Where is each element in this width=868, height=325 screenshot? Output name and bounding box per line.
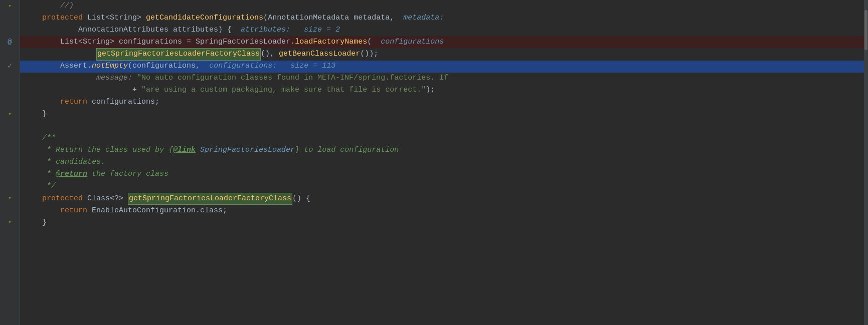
- fold-arrow-icon-19: ▾: [8, 218, 12, 227]
- close-brace-2: }: [24, 217, 47, 229]
- code-line-14: * candidates.: [20, 157, 868, 169]
- code-line-13: * Return the class used by {@link Spring…: [20, 145, 868, 157]
- assign: =: [187, 37, 196, 48]
- empty-parens: () {: [292, 193, 310, 205]
- line-10-content: }: [20, 109, 868, 121]
- line-15-content: * @return the factory class: [20, 169, 868, 181]
- line-2-content: protected List<String> getCandidateConfi…: [20, 12, 868, 24]
- line-7-content: message: "No auto configuration classes …: [20, 73, 868, 85]
- assert-class: Assert: [60, 61, 87, 72]
- not-empty-method: notEmpty: [92, 61, 128, 72]
- at-link-kw: @link: [173, 145, 196, 156]
- line-18-content: return EnableAutoConfiguration.class;: [20, 205, 868, 217]
- line-1-content: //): [20, 0, 868, 12]
- param-1: metadata: [354, 13, 390, 24]
- code-line-9: return configurations;: [20, 97, 868, 109]
- gutter-fold-1[interactable]: ▾: [0, 0, 20, 12]
- code-line-2: protected List<String> getCandidateConfi…: [20, 12, 868, 24]
- line-19-content: }: [20, 217, 868, 229]
- return-val: configurations;: [92, 97, 159, 108]
- code-line-4: List<String> configurations = SpringFact…: [20, 36, 868, 48]
- code-line-8: + "are using a custom packaging, make su…: [20, 85, 868, 97]
- gutter-blank-11: [0, 120, 20, 132]
- fold-arrow-icon: ▾: [8, 2, 12, 11]
- debug-configurations: configurations: [381, 37, 444, 48]
- javadoc-line-2: * candidates.: [24, 157, 105, 168]
- param-type-1: AnnotationMetadata: [268, 13, 354, 24]
- list-type: List<String>: [87, 13, 146, 24]
- line-5-content: getSpringFactoriesLoaderFactoryClass(), …: [20, 48, 868, 61]
- line-12-content: /**: [20, 133, 868, 145]
- gutter-fold-10[interactable]: ▾: [0, 108, 20, 120]
- check-icon: ✓: [8, 60, 13, 72]
- gutter-at-4: @: [0, 36, 20, 48]
- gutter-fold-17[interactable]: ▾: [0, 192, 20, 204]
- gutter-blank-9: [0, 96, 20, 108]
- code-line-10: }: [20, 109, 868, 121]
- indent-9: [24, 97, 60, 108]
- comma-2: ,: [196, 61, 209, 72]
- method-name: getCandidateConfigurations: [146, 13, 263, 24]
- spring-factory-ref: SpringFactoriesLoader: [196, 145, 295, 156]
- gutter-blank-8: [0, 84, 20, 96]
- javadoc-open: /**: [24, 133, 56, 144]
- blank-line: [24, 121, 29, 132]
- line-9-content: return configurations;: [20, 97, 868, 109]
- debug-configurations-size: configurations: size = 113: [209, 61, 335, 72]
- line-16-content: */: [20, 181, 868, 193]
- get-spring-factory-highlighted: getSpringFactoriesLoaderFactoryClass: [96, 48, 261, 61]
- open-paren-5: (: [128, 61, 132, 72]
- get-spring-factory-method: getSpringFactoriesLoaderFactoryClass: [97, 50, 260, 58]
- code-line-6: Assert.notEmpty(configurations, configur…: [20, 61, 868, 73]
- code-line-11: [20, 121, 868, 133]
- gutter-fold-19[interactable]: ▾: [0, 216, 20, 228]
- line-17-content: protected Class<?> getSpringFactoriesLoa…: [20, 193, 868, 205]
- close-brace-1: }: [24, 109, 47, 120]
- close-paren: ) {: [218, 25, 241, 36]
- gutter-icon-list: ▾ @ ✓ ▾: [0, 0, 20, 228]
- dot-2: .: [87, 61, 92, 72]
- javadoc-line-3-suffix: the factory class: [87, 169, 168, 180]
- indent-18: [24, 205, 60, 217]
- return-kw-2: return: [60, 205, 92, 217]
- message-label: message:: [96, 73, 137, 84]
- gutter-blank-16: [0, 180, 20, 192]
- code-line-5: getSpringFactoriesLoaderFactoryClass(), …: [20, 48, 868, 61]
- get-spring-factory-method-2: getSpringFactoriesLoaderFactoryClass: [129, 194, 291, 203]
- load-factory-names: loadFactoryNames: [295, 37, 367, 48]
- code-line-1: //): [20, 0, 868, 12]
- debug-attributes: attributes: size = 2: [241, 25, 340, 36]
- code-line-3: AnnotationAttributes attributes) { attri…: [20, 24, 868, 36]
- return-kw: return: [60, 97, 92, 108]
- javadoc-line-1: * Return the class used by {: [24, 145, 173, 156]
- protected-kw-2: protected: [24, 193, 87, 205]
- line-14-content: * candidates.: [20, 157, 868, 169]
- vertical-scrollbar[interactable]: [864, 0, 868, 325]
- indent-5: [24, 49, 96, 60]
- scroll-thumb[interactable]: [864, 10, 867, 50]
- gutter-blank-14: [0, 156, 20, 168]
- line-8-content: + "are using a custom packaging, make su…: [20, 85, 868, 97]
- code-content-area[interactable]: //) protected List<String> getCandidateC…: [20, 0, 868, 325]
- code-editor: ▾ @ ✓ ▾: [0, 0, 868, 325]
- gutter-blank-5: [0, 48, 20, 60]
- gutter-blank-13: [0, 144, 20, 156]
- close-paren-6: );: [426, 85, 435, 96]
- at-return-kw: @return: [56, 169, 87, 180]
- indent-7: [24, 73, 96, 84]
- gutter-blank-15: [0, 168, 20, 180]
- code-lines-container: //) protected List<String> getCandidateC…: [20, 0, 868, 325]
- code-line-7: message: "No auto configuration classes …: [20, 73, 868, 85]
- indent-4: [24, 37, 60, 48]
- line-4-content: List<String> configurations = SpringFact…: [20, 36, 868, 48]
- string-val-1: "No auto configuration classes found in …: [137, 73, 448, 84]
- gutter-check-6: ✓: [0, 60, 20, 72]
- line-3-content: AnnotationAttributes attributes) { attri…: [20, 24, 868, 36]
- indent-8: [24, 85, 132, 96]
- get-spring-factory-highlighted-2: getSpringFactoriesLoaderFactoryClass: [128, 193, 292, 205]
- line-11-content: [20, 121, 868, 133]
- spring-loader: SpringFactoriesLoader: [196, 37, 290, 48]
- paren-4: ());: [360, 49, 378, 60]
- class-type: Class<?>: [87, 193, 128, 205]
- param-type-2: AnnotationAttributes: [78, 25, 173, 36]
